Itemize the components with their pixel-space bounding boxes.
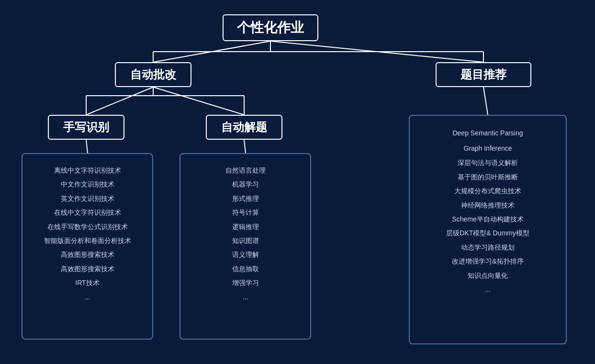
item-recommend-ellipsis: ...	[485, 283, 491, 297]
item-handwriting-7: 高效图形搜索技术	[61, 248, 114, 262]
item-handwriting-1: 离线中文字符识别技术	[54, 164, 121, 177]
item-recommend-4: 神经网络推理技术	[461, 199, 515, 212]
item-solve-9: 增强学习	[232, 276, 259, 290]
item-solve-5: 逻辑推理	[232, 220, 259, 234]
item-handwriting-4: 在线中文字符识别技术	[54, 206, 121, 220]
card-topic-recommend: Deep Semantic Parsing Graph Inference 深层…	[409, 115, 567, 344]
item-solve-8: 信息抽取	[232, 262, 259, 276]
item-recommend-6: 层级DKT模型& Dummy模型	[446, 226, 529, 240]
item-handwriting-2: 中文作文识别技术	[61, 177, 114, 191]
item-solve-2: 机器学习	[232, 177, 259, 191]
node-handwriting: 手写识别	[48, 115, 124, 140]
svg-line-0	[153, 41, 270, 62]
svg-line-12	[86, 140, 88, 153]
item-recommend-8: 改进增强学习&拓扑排序	[452, 254, 523, 268]
item-handwriting-6: 智能版面分析和卷面分析技术	[44, 234, 131, 248]
item-handwriting-8: 高效图形搜索技术	[61, 262, 114, 276]
item-solve-7: 语义理解	[232, 248, 259, 262]
main-diagram: 个性化作业 自动批改 题目推荐 手写识别 自动解题 离线中文字符识别技术 中文作…	[0, 0, 595, 364]
item-solve-4: 符号计算	[232, 206, 259, 220]
item-recommend-3: 大规模分布式爬虫技术	[454, 184, 521, 198]
item-solve-ellipsis: ...	[243, 290, 248, 304]
node-auto-correct: 自动批改	[115, 62, 191, 87]
item-solve-6: 知识图谱	[232, 234, 259, 248]
item-recommend-7: 动态学习路径规划	[461, 241, 515, 254]
item-handwriting-5: 在线手写数学公式识别技术	[47, 220, 128, 234]
item-solve-3: 形式推理	[232, 192, 259, 206]
card-auto-solve: 自然语言处理 机器学习 形式推理 符号计算 逻辑推理 知识图谱 语义理解 信息抽…	[180, 153, 311, 340]
item-recommend-1: 深层句法与语义解析	[458, 156, 518, 170]
item-handwriting-3: 英文作文识别技术	[61, 192, 114, 206]
item-recommend-9: 知识点向量化	[468, 269, 508, 283]
card-handwriting: 离线中文字符识别技术 中文作文识别技术 英文作文识别技术 在线中文字符识别技术 …	[22, 153, 153, 340]
svg-line-6	[86, 87, 153, 115]
item-recommend-en-1: Deep Semantic Parsing	[452, 125, 523, 141]
svg-line-13	[244, 140, 246, 153]
item-handwriting-ellipsis: ...	[85, 290, 90, 304]
item-recommend-2: 基于图的贝叶斯推断	[458, 170, 518, 184]
svg-line-7	[153, 87, 244, 115]
node-topic-recommend: 题目推荐	[436, 62, 531, 87]
node-auto-solve: 自动解题	[206, 115, 282, 140]
item-recommend-5: Scheme半自动构建技术	[452, 212, 523, 226]
item-recommend-en-2: Graph Inference	[463, 141, 512, 156]
item-solve-1: 自然语言处理	[225, 164, 266, 177]
root-node: 个性化作业	[223, 14, 318, 41]
item-handwriting-9: IRT技术	[75, 276, 99, 290]
svg-line-1	[270, 41, 483, 62]
svg-line-14	[483, 87, 488, 115]
